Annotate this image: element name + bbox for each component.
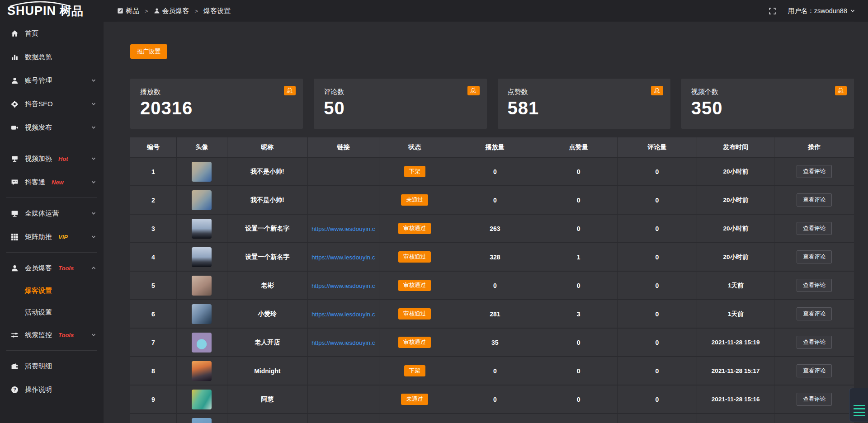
- cell-id: [130, 414, 176, 423]
- cell-avatar: [176, 186, 227, 214]
- cell-plays: 328: [450, 243, 540, 271]
- status-badge[interactable]: 审核通过: [398, 251, 431, 263]
- view-comments-button[interactable]: 查看评论: [797, 193, 832, 207]
- stat-total-badge: 总: [835, 86, 847, 95]
- sidebar-subitem-activity-settings[interactable]: 活动设置: [0, 301, 104, 323]
- sidebar-item-label: 账号管理: [25, 76, 52, 85]
- sidebar-item-video-publish[interactable]: 视频发布: [0, 116, 104, 139]
- sidebar-item-label: 矩阵助推: [25, 233, 52, 241]
- cell-link: https://www.iesdouyin.c: [307, 328, 379, 357]
- fullscreen-icon[interactable]: [769, 7, 776, 15]
- svg-text:?: ?: [13, 387, 16, 392]
- sidebar-item-douyin-seo[interactable]: 抖音SEO: [0, 92, 104, 116]
- video-link[interactable]: https://www.iesdouyin.c: [311, 254, 375, 261]
- cell-link: https://www.iesdouyin.c: [307, 243, 379, 271]
- status-badge[interactable]: 未通过: [401, 194, 428, 206]
- floating-widget[interactable]: [849, 388, 868, 422]
- cell-avatar: [176, 414, 227, 423]
- breadcrumb-label: 爆客设置: [203, 7, 231, 15]
- column-header: 头像: [176, 137, 227, 157]
- sidebar-divider: [6, 143, 97, 143]
- sidebar-item-matrix-boost[interactable]: 矩阵助推VIP: [0, 225, 104, 249]
- breadcrumb: 树品>会员爆客>爆客设置: [104, 7, 231, 15]
- sidebar-item-douketong[interactable]: 抖客通New: [0, 170, 104, 194]
- stat-card-videos: 视频个数350总: [681, 79, 854, 129]
- cell-action: 查看评论: [774, 186, 854, 214]
- cell-avatar: [176, 243, 227, 271]
- sidebar-item-home[interactable]: 首页: [0, 22, 104, 45]
- sidebar-item-account-management[interactable]: 账号管理: [0, 69, 104, 92]
- sidebar-item-video-heat[interactable]: 视频加热Hot: [0, 147, 104, 170]
- view-comments-button[interactable]: 查看评论: [797, 222, 832, 235]
- member-icon: [11, 264, 19, 272]
- status-badge[interactable]: 审核通过: [398, 280, 431, 291]
- breadcrumb-item-member-baoke[interactable]: 会员爆客: [154, 7, 189, 15]
- avatar: [192, 219, 212, 239]
- cell-nickname: 我不是小帅!: [227, 186, 308, 214]
- table-row: 2我不是小帅!未通过00020小时前查看评论: [130, 186, 854, 214]
- video-link[interactable]: https://www.iesdouyin.c: [311, 339, 375, 346]
- cell-id: 5: [130, 271, 176, 300]
- view-comments-button[interactable]: 查看评论: [797, 393, 832, 406]
- status-badge[interactable]: 下架: [404, 365, 425, 376]
- topbar: 树品>会员爆客>爆客设置 用户名： zswodun88: [104, 0, 868, 22]
- cell-link: [307, 414, 379, 423]
- video-link[interactable]: https://www.iesdouyin.c: [311, 282, 375, 289]
- cell-nickname: [227, 414, 308, 423]
- cell-likes: 0: [540, 357, 617, 385]
- sidebar-item-member-baoke[interactable]: 会员爆客Tools: [0, 256, 104, 280]
- status-badge[interactable]: 审核通过: [398, 223, 431, 234]
- topbar-right: 用户名： zswodun88: [769, 7, 868, 15]
- sidebar-item-operation-guide[interactable]: ?操作说明: [0, 378, 104, 401]
- cell-publish-time: 20小时前: [697, 214, 774, 243]
- cell-publish-time: 2021-11-28 15:17: [697, 357, 774, 385]
- cell-avatar: [176, 328, 227, 357]
- sidebar-subitem-baoke-settings[interactable]: 爆客设置: [0, 280, 104, 301]
- sidebar-item-label: 会员爆客: [25, 264, 52, 273]
- status-badge[interactable]: 审核通过: [398, 308, 431, 320]
- breadcrumb-separator: >: [145, 8, 148, 14]
- cell-status: 审核通过: [379, 214, 450, 243]
- user-menu[interactable]: 用户名： zswodun88: [788, 7, 855, 15]
- chevron-down-icon: [91, 234, 96, 240]
- view-comments-button[interactable]: 查看评论: [797, 307, 832, 320]
- chevron-down-icon: [850, 8, 855, 14]
- stat-value: 50: [324, 98, 486, 118]
- cell-publish-time: 2021-11-28 15:16: [697, 385, 774, 414]
- status-badge[interactable]: 下架: [404, 166, 425, 177]
- cell-action: [774, 414, 854, 423]
- promotion-settings-button[interactable]: 推广设置: [130, 44, 167, 59]
- stat-card-likes: 点赞数581总: [498, 79, 670, 129]
- cell-id: 1: [130, 157, 176, 186]
- app-logo[interactable]: SHUPIN 树品: [0, 0, 104, 22]
- stat-label: 视频个数: [691, 88, 854, 96]
- avatar: [192, 162, 212, 182]
- sidebar-item-consumption-detail[interactable]: 消费明细: [0, 354, 104, 378]
- sidebar-item-clue-monitor[interactable]: 线索监控Tools: [0, 323, 104, 347]
- sidebar-item-data-overview[interactable]: 数据总览: [0, 45, 104, 69]
- breadcrumb-label: 树品: [126, 7, 139, 15]
- view-comments-button[interactable]: 查看评论: [797, 364, 832, 377]
- cell-likes: 0: [540, 271, 617, 300]
- view-comments-button[interactable]: 查看评论: [797, 250, 832, 263]
- cell-publish-time: 1天前: [697, 300, 774, 328]
- view-comments-button[interactable]: 查看评论: [797, 279, 832, 292]
- status-badge[interactable]: 审核通过: [398, 337, 431, 348]
- view-comments-button[interactable]: 查看评论: [797, 336, 832, 349]
- cell-plays: 0: [450, 186, 540, 214]
- cell-nickname: 老彬: [227, 271, 308, 300]
- video-link[interactable]: https://www.iesdouyin.c: [311, 226, 375, 232]
- stat-value: 20316: [140, 98, 303, 118]
- sidebar-menu: 首页数据总览账号管理抖音SEO视频发布视频加热Hot抖客通New全媒体运营矩阵助…: [0, 22, 104, 401]
- breadcrumb-item-shupin[interactable]: 树品: [117, 7, 139, 15]
- sidebar-item-omni-media[interactable]: 全媒体运营: [0, 202, 104, 225]
- cell-likes: 3: [540, 300, 617, 328]
- cell-action: 查看评论: [774, 214, 854, 243]
- video-link[interactable]: https://www.iesdouyin.c: [311, 311, 375, 318]
- sidebar-divider: [6, 197, 97, 198]
- cell-nickname: 老人开店: [227, 328, 308, 357]
- view-comments-button[interactable]: 查看评论: [797, 165, 832, 178]
- status-badge[interactable]: 未通过: [401, 394, 428, 405]
- cell-action: 查看评论: [774, 243, 854, 271]
- column-header: 评论量: [617, 137, 697, 157]
